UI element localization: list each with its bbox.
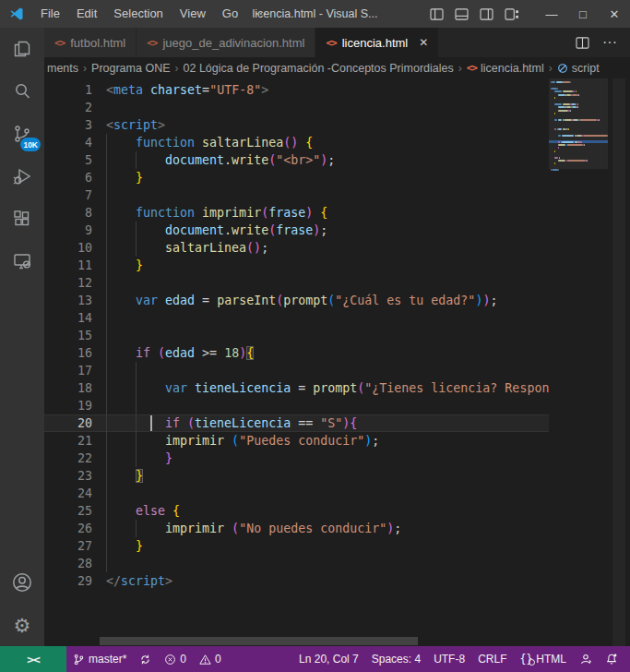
menu-file[interactable]: File [32,0,68,28]
code-line[interactable]: 12 [44,274,549,292]
split-editor-icon[interactable] [576,37,589,49]
status-sync-changes[interactable] [133,646,158,672]
line-number[interactable]: 15 [44,327,92,344]
line-number[interactable]: 27 [44,537,92,555]
line-number[interactable]: 18 [44,379,92,397]
line-number[interactable]: 10 [44,239,92,257]
code-line[interactable]: 2 [44,99,549,116]
line-number[interactable]: 24 [44,485,92,502]
status-problems-errors[interactable]: 0 [158,646,193,672]
code-line[interactable]: 25 else { [44,502,549,520]
code-line[interactable]: 21 imprimir ("Puedes conducir"); [44,432,549,450]
search-icon[interactable] [0,70,44,113]
line-number[interactable]: 16 [44,344,92,362]
status-eol[interactable]: CRLF [471,646,513,672]
status-cursor-position[interactable]: Ln 20, Col 7 [292,646,365,672]
line-number[interactable]: 26 [44,520,92,537]
code-line[interactable]: 8 function imprimir(frase) { [44,204,549,222]
breadcrumb-item[interactable]: script [556,62,600,75]
code-line[interactable]: 3<script> [44,116,549,134]
code-line[interactable]: 5 document.write("<br>"); [44,151,549,169]
code-editor[interactable]: 1<meta charset="UTF-8">23<script>4 funct… [44,78,630,646]
line-number[interactable]: 7 [44,186,92,204]
code-line[interactable]: 16 if (edad >= 18){ [44,344,549,362]
code-line[interactable]: 29</script> [44,572,549,590]
line-number[interactable]: 9 [44,222,92,239]
line-number[interactable]: 28 [44,555,92,572]
tab-licencia.html[interactable]: <>licencia.html✕ [315,28,439,57]
line-number[interactable]: 11 [44,257,92,274]
line-number[interactable]: 17 [44,362,92,379]
code-line[interactable]: 15 [44,327,549,344]
minimap[interactable] [549,78,608,646]
maximize-button[interactable]: □ [567,0,599,28]
code-line[interactable]: 17 [44,362,549,379]
line-number[interactable]: 12 [44,274,92,292]
status-notifications[interactable] [599,646,624,672]
code-line[interactable]: 1<meta charset="UTF-8"> [44,81,549,99]
code-line[interactable]: 27 } [44,537,549,555]
code-line[interactable]: 7 [44,186,549,204]
status-encoding[interactable]: UTF-8 [427,646,471,672]
breadcrumb-item[interactable]: 02 Lógica de Programación -Conceptos Pri… [183,62,455,75]
line-number[interactable]: 19 [44,397,92,414]
code-line[interactable]: 22 } [44,450,549,467]
code-line[interactable]: 23 } [44,467,549,485]
toggle-secondary-sidebar-icon[interactable] [480,8,493,20]
code-line[interactable]: 6 } [44,169,549,186]
menu-edit[interactable]: Edit [68,0,105,28]
code-line[interactable]: 19 [44,397,549,414]
tab-juego_de_adivinacion.html[interactable]: <>juego_de_adivinacion.html [137,28,315,57]
code-line[interactable]: 26 imprimir ("No puedes conducir"); [44,520,549,537]
status-indentation[interactable]: Spaces: 4 [365,646,427,672]
code-line[interactable]: 14 [44,309,549,327]
status-git-branch[interactable]: master* [66,646,133,672]
remote-explorer-icon[interactable] [0,240,44,282]
code-line[interactable]: 11 } [44,257,549,274]
line-number[interactable]: 2 [44,99,92,116]
code-line[interactable]: 24 [44,485,549,502]
menu-view[interactable]: View [172,0,214,28]
source-control-icon[interactable]: 10K [0,113,44,155]
toggle-panel-icon[interactable] [455,8,469,20]
account-icon[interactable] [0,561,44,604]
status-problems-warnings[interactable]: 0 [193,646,228,672]
menu-go[interactable]: Go [214,0,246,28]
customize-layout-icon[interactable] [505,8,519,20]
code-line[interactable]: 10 saltarLinea(); [44,239,549,257]
status-language-mode[interactable]: {}HTML [513,646,573,672]
line-number[interactable]: 25 [44,502,92,520]
more-actions-icon[interactable]: ··· [602,34,617,51]
horizontal-scrollbar[interactable] [100,637,418,645]
code-line[interactable]: 28 [44,555,549,572]
line-number[interactable]: 22 [44,450,92,467]
line-number[interactable]: 29 [44,572,92,590]
extensions-icon[interactable] [0,198,44,240]
status-remote[interactable]: >< [0,646,66,672]
explorer-icon[interactable] [0,28,44,70]
toggle-sidebar-icon[interactable] [430,8,444,20]
line-number[interactable]: 6 [44,169,92,186]
breadcrumb-item[interactable]: ments [46,62,79,75]
breadcrumb-item[interactable]: Programa ONE [90,62,171,75]
close-button[interactable]: ✕ [599,0,630,28]
line-number[interactable]: 5 [44,151,92,169]
line-number[interactable]: 21 [44,432,92,450]
code-line[interactable]: 18 var tieneLicencia = prompt("¿Tienes l… [44,379,549,397]
run-and-debug-icon[interactable] [0,155,44,198]
breadcrumb-item[interactable]: <>licencia.html [466,62,545,75]
line-number[interactable]: 8 [44,204,92,222]
code-line[interactable]: 4 function saltarLinea() { [44,134,549,151]
vertical-scrollbar[interactable] [608,78,630,646]
line-number[interactable]: 13 [44,292,92,309]
code-line[interactable]: 13 var edad = parseInt(prompt("¿Cuál es … [44,292,549,309]
settings-gear-icon[interactable]: ⚙ [0,604,44,646]
line-number[interactable]: 4 [44,134,92,151]
code-line[interactable]: 20 if (tieneLicencia == "S"){ [44,414,549,432]
line-number[interactable]: 14 [44,309,92,327]
close-icon[interactable]: ✕ [419,36,428,49]
line-number[interactable]: 3 [44,116,92,134]
status-feedback[interactable] [573,646,599,672]
line-number[interactable]: 20 [44,414,92,432]
minimize-button[interactable]: — [536,0,567,28]
